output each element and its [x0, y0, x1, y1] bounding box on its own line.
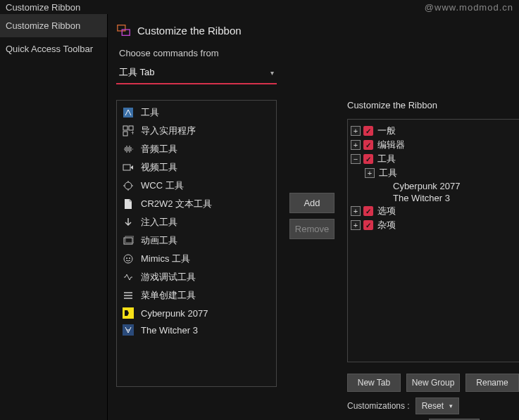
anim-icon — [123, 235, 134, 246]
tree-item[interactable]: +工具 — [365, 166, 516, 180]
debug-icon — [123, 272, 134, 283]
list-item[interactable]: 注入工具 — [117, 213, 276, 231]
choose-combobox[interactable]: 工具 Tab ▾ — [116, 63, 277, 84]
tree-label: Cyberpunk 2077 — [392, 181, 460, 191]
list-item-label: 注入工具 — [141, 216, 177, 229]
inject-icon — [123, 217, 134, 228]
list-item-label: 菜单创建工具 — [141, 289, 196, 302]
video-icon — [123, 162, 134, 173]
list-item-label: 工具 — [141, 106, 159, 119]
list-item-label: 视频工具 — [141, 161, 177, 174]
svg-text:+: + — [131, 129, 134, 136]
list-item-label: 音频工具 — [141, 143, 177, 155]
checkbox[interactable]: ✓ — [363, 140, 373, 150]
tree-label: 一般 — [376, 125, 396, 137]
tree-item[interactable]: The Witcher 3 — [379, 192, 516, 204]
rename-button[interactable]: Rename — [465, 374, 519, 392]
menu-icon — [123, 290, 134, 301]
list-item[interactable]: +导入实用程序 — [117, 122, 276, 140]
list-item[interactable]: 视频工具 — [117, 158, 276, 177]
page-title: Customize the Ribbon — [137, 25, 242, 37]
list-item[interactable]: The Witcher 3 — [117, 322, 276, 338]
chevron-down-icon: ▾ — [449, 402, 453, 409]
add-button[interactable]: Add — [289, 193, 334, 213]
list-item[interactable]: Cyberpunk 2077 — [117, 305, 276, 322]
choose-label: Choose commands from — [119, 48, 519, 58]
tree-item[interactable]: +✓选项 — [351, 204, 516, 218]
list-item[interactable]: 音频工具 — [117, 140, 276, 158]
list-item[interactable]: 工具 — [117, 103, 276, 122]
tree-label: The Witcher 3 — [392, 193, 450, 203]
choose-value: 工具 Tab — [119, 66, 155, 79]
tree-item[interactable]: −✓工具 — [351, 152, 516, 166]
blank — [379, 182, 389, 191]
wcc-icon — [123, 180, 134, 191]
expand-icon[interactable]: + — [365, 168, 375, 178]
content: Customize the Ribbon Choose commands fro… — [108, 14, 519, 420]
list-item[interactable]: WCC 工具 — [117, 177, 276, 195]
remove-button[interactable]: Remove — [289, 219, 334, 239]
import-icon: + — [123, 125, 134, 136]
new-tab-button[interactable]: New Tab — [347, 374, 401, 392]
sidebar: Customize Ribbon Quick Access Toolbar — [0, 14, 108, 420]
list-item-label: 游戏调试工具 — [141, 271, 196, 284]
list-item[interactable]: CR2W2 文本工具 — [117, 195, 276, 213]
tree-item[interactable]: +✓杂项 — [351, 218, 516, 232]
checkbox[interactable]: ✓ — [363, 154, 373, 164]
command-list[interactable]: 工具 +导入实用程序 音频工具 视频工具 WCC 工具 CR2W2 文本工具 注… — [116, 100, 277, 387]
svg-point-13 — [129, 257, 130, 259]
chevron-down-icon: ▾ — [270, 69, 274, 77]
list-item-label: Mimics 工具 — [141, 253, 190, 265]
tree-label: 选项 — [376, 205, 396, 217]
reset-dropdown[interactable]: Reset ▾ — [415, 397, 459, 414]
expand-icon[interactable]: + — [351, 126, 361, 136]
list-item[interactable]: 菜单创建工具 — [117, 286, 276, 305]
sidebar-item-quick-access-toolbar[interactable]: Quick Access Toolbar — [0, 37, 107, 61]
tree-label: 工具 — [377, 167, 397, 179]
ribbon-icon — [116, 23, 132, 38]
ribbon-tree[interactable]: +✓一般 +✓编辑器 −✓工具 +工具 Cyberpunk 2077 The W… — [347, 119, 519, 362]
tree-label: 工具 — [376, 153, 396, 165]
tw-icon — [123, 324, 134, 336]
list-item-label: 导入实用程序 — [141, 125, 196, 137]
customizations-label: Customizations : — [347, 401, 410, 411]
list-item-label: 动画工具 — [141, 234, 177, 247]
expand-icon[interactable]: + — [351, 220, 361, 230]
right-title: Customize the Ribbon — [347, 100, 519, 110]
expand-icon[interactable]: + — [351, 206, 361, 216]
mimics-icon — [123, 253, 134, 265]
svg-point-11 — [124, 255, 132, 263]
list-item-label: WCC 工具 — [141, 179, 184, 192]
checkbox[interactable]: ✓ — [363, 220, 373, 230]
list-item[interactable]: 游戏调试工具 — [117, 268, 276, 286]
svg-rect-5 — [123, 132, 127, 136]
svg-point-12 — [126, 257, 127, 259]
blank — [379, 193, 389, 203]
list-item[interactable]: Mimics 工具 — [117, 250, 276, 268]
svg-point-8 — [125, 182, 132, 189]
tree-item[interactable]: Cyberpunk 2077 — [379, 180, 516, 192]
window-title: Customize Ribbon — [6, 2, 80, 13]
new-group-button[interactable]: New Group — [406, 374, 460, 392]
tree-item[interactable]: +✓编辑器 — [351, 138, 516, 152]
collapse-icon[interactable]: − — [351, 154, 361, 164]
checkbox[interactable]: ✓ — [363, 206, 373, 216]
audio-icon — [123, 144, 134, 155]
list-item-label: The Witcher 3 — [141, 325, 198, 336]
svg-rect-7 — [123, 165, 130, 170]
list-item-label: Cyberpunk 2077 — [141, 308, 208, 319]
tool-icon — [123, 107, 134, 118]
expand-icon[interactable]: + — [351, 140, 361, 150]
list-item-label: CR2W2 文本工具 — [141, 198, 212, 210]
list-item[interactable]: 动画工具 — [117, 231, 276, 250]
tree-item[interactable]: +✓一般 — [351, 124, 516, 138]
svg-rect-3 — [123, 126, 127, 130]
tree-label: 编辑器 — [376, 139, 405, 151]
cp-icon — [123, 307, 134, 319]
reset-label: Reset — [422, 401, 444, 411]
checkbox[interactable]: ✓ — [363, 126, 373, 136]
tree-label: 杂项 — [376, 219, 396, 231]
sidebar-item-customize-ribbon[interactable]: Customize Ribbon — [0, 14, 107, 37]
watermark: @www.modmod.cn — [425, 2, 513, 13]
file-icon — [123, 198, 134, 210]
